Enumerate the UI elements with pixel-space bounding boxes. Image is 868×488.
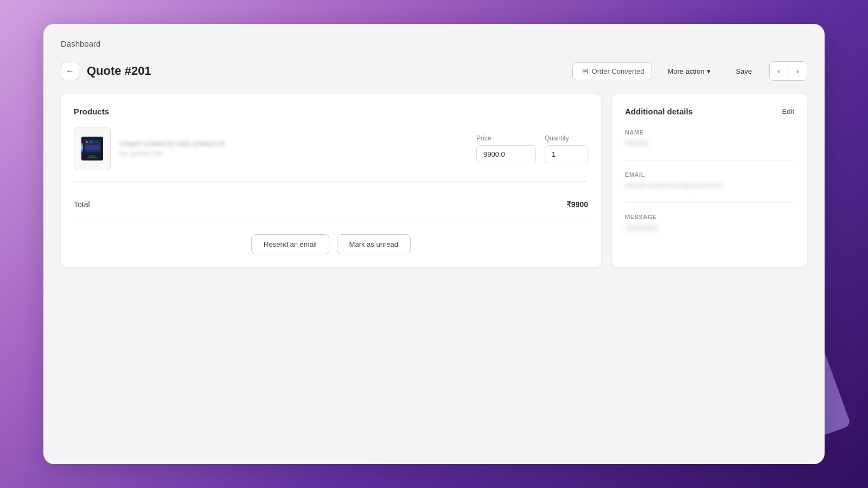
more-action-label: More action	[667, 67, 704, 75]
product-thumbnail	[79, 132, 105, 165]
product-price-qty: Price Quantity	[476, 134, 588, 163]
total-row: Total ₹9900	[74, 192, 588, 220]
message-field-label: MESSAGE	[625, 214, 794, 220]
svg-rect-8	[81, 143, 83, 152]
product-description: Unique content for each product on the p…	[119, 140, 468, 157]
chevron-down-icon: ▾	[707, 67, 711, 75]
price-field-group: Price	[476, 134, 536, 163]
products-panel: Products	[61, 94, 601, 267]
svg-point-4	[90, 141, 92, 143]
content-area: Products	[61, 94, 807, 267]
total-value: ₹9900	[566, 200, 588, 209]
name-field-label: NAME	[625, 129, 794, 136]
resend-email-button[interactable]: Resend an email	[251, 234, 329, 254]
quantity-label: Quantity	[545, 134, 588, 142]
order-converted-icon: 🖥	[580, 67, 589, 76]
email-field-label: EMAIL	[625, 171, 794, 178]
svg-rect-5	[85, 145, 100, 150]
divider-1	[625, 160, 794, 160]
message-field-value: latatataika	[625, 223, 794, 232]
edit-link[interactable]: Edit	[782, 107, 794, 115]
svg-rect-6	[89, 155, 95, 157]
prev-button[interactable]: ‹	[770, 62, 788, 80]
price-label: Price	[476, 134, 536, 142]
divider-2	[625, 202, 794, 203]
product-image	[74, 127, 111, 170]
details-section-title: Additional details	[625, 107, 693, 116]
name-field-value: latatata	[625, 139, 794, 147]
price-input[interactable]	[476, 145, 536, 163]
save-button[interactable]: Save	[726, 63, 762, 79]
nav-buttons: ‹ ›	[769, 61, 807, 81]
next-button[interactable]: ›	[788, 62, 807, 80]
dashboard-title: Dashboard	[61, 39, 807, 48]
product-desc-line2: the product tab	[119, 150, 468, 157]
quantity-field-group: Quantity	[545, 134, 588, 163]
details-header: Additional details Edit	[625, 107, 794, 116]
svg-rect-7	[87, 157, 98, 158]
products-section-title: Products	[74, 107, 588, 116]
product-row: Unique content for each product on the p…	[74, 127, 588, 182]
order-converted-button[interactable]: 🖥 Order Converted	[572, 62, 653, 80]
actions-row: Resend an email Mark as unread	[74, 231, 588, 254]
total-label: Total	[74, 200, 90, 209]
more-action-button[interactable]: More action ▾	[660, 63, 718, 79]
svg-point-3	[86, 141, 88, 143]
name-field: NAME latatata	[625, 129, 794, 147]
header-row: ← Quote #201 🖥 Order Converted More acti…	[61, 61, 807, 81]
header-right: 🖥 Order Converted More action ▾ Save ‹ ›	[572, 61, 807, 81]
order-converted-label: Order Converted	[592, 67, 644, 75]
main-card: Dashboard ← Quote #201 🖥 Order Converted…	[43, 24, 825, 464]
email-field: EMAIL vidhee.laskimoked@gmail.com	[625, 171, 794, 189]
additional-details-panel: Additional details Edit NAME latatata EM…	[612, 94, 807, 267]
message-field: MESSAGE latatataika	[625, 214, 794, 232]
back-button[interactable]: ←	[61, 62, 79, 80]
email-field-value: vidhee.laskimoked@gmail.com	[625, 181, 794, 189]
quantity-input[interactable]	[545, 145, 588, 163]
quote-title: Quote #201	[87, 64, 151, 78]
product-desc-line1: Unique content for each product on	[119, 140, 468, 147]
header-left: ← Quote #201	[61, 62, 151, 80]
mark-as-unread-button[interactable]: Mark as unread	[337, 234, 411, 254]
